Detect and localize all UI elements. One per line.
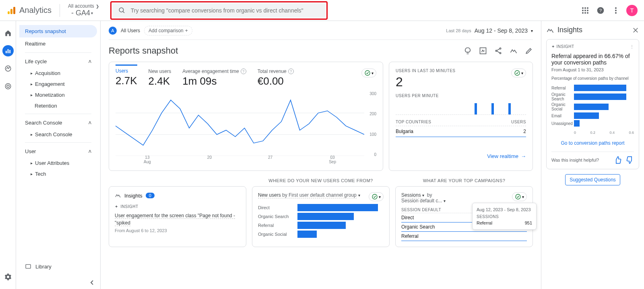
date-range-picker[interactable]: Last 28 days Aug 12 - Sep 8, 2023 ▾: [446, 27, 533, 34]
search-input[interactable]: [131, 7, 321, 14]
collapse-nav-icon[interactable]: [89, 279, 95, 286]
share-icon[interactable]: [494, 47, 502, 55]
data-quality-chip[interactable]: ▾: [369, 192, 384, 201]
insight-bar-row: Organic Social: [551, 102, 634, 111]
more-icon[interactable]: [611, 6, 621, 15]
data-quality-chip[interactable]: ▾: [512, 192, 527, 201]
metric-value: 2.7K: [116, 75, 137, 87]
sub-label: User Attributes: [35, 160, 69, 166]
rail-advertising-icon[interactable]: [2, 81, 14, 92]
nav-group-user[interactable]: Userᐱ: [19, 145, 97, 158]
chevron-down-icon: ▾: [358, 193, 360, 198]
svg-rect-25: [26, 264, 31, 268]
chevron-right-icon: ▸: [31, 132, 33, 137]
divider: [60, 4, 60, 17]
nav-reports-snapshot[interactable]: Reports snapshot: [19, 25, 97, 37]
svg-point-34: [515, 71, 520, 75]
section-header-new-users: WHERE DO YOUR NEW USERS COME FROM?: [252, 178, 390, 183]
svg-rect-1: [10, 9, 12, 14]
sparkle-icon: ✦: [115, 204, 118, 209]
chevron-down-icon: ▾: [91, 11, 93, 15]
nav-library[interactable]: Library: [19, 260, 97, 273]
rail-explore-icon[interactable]: [2, 63, 14, 74]
rail-admin-icon[interactable]: [2, 271, 14, 283]
country-row: Bulgaria 2: [396, 126, 526, 137]
nav-search-console[interactable]: ▸Search Console: [19, 129, 97, 140]
col-header: SESSION DEFAULT: [401, 208, 441, 212]
sub-label: Tech: [35, 171, 46, 177]
apps-icon[interactable]: [580, 6, 590, 15]
view-realtime-label: View realtime: [487, 153, 518, 159]
logo-text: Analytics: [19, 6, 52, 15]
chevron-right-icon: ▸: [31, 71, 33, 75]
metric-tab-new-users[interactable]: New users 2.4K: [149, 69, 171, 87]
trend-icon: [546, 26, 554, 34]
sub-label: Acquisition: [35, 70, 60, 76]
dimension-selector[interactable]: Sessions ▾ by Session default c... ▾: [401, 192, 446, 204]
overview-metrics-card: Users 2.7K New users 2.4K Average engage…: [109, 62, 383, 171]
svg-point-3: [119, 8, 124, 12]
svg-rect-2: [13, 7, 15, 14]
thumbs-up-icon[interactable]: [614, 156, 622, 164]
metric-value: 2.4K: [149, 75, 171, 87]
account-selector[interactable]: All accounts ❯: [68, 3, 99, 9]
svg-point-30: [365, 71, 370, 75]
view-realtime-link[interactable]: View realtime →: [396, 153, 526, 159]
help-icon[interactable]: ?: [596, 6, 605, 15]
property-selector[interactable]: - GA4 ▾: [71, 9, 99, 17]
metric-label: Sessions: [401, 192, 421, 198]
nav-monetization[interactable]: ▸Monetization: [19, 89, 97, 100]
nav-group-search-console[interactable]: Search Consoleᐱ: [19, 116, 97, 129]
svg-point-11: [582, 12, 584, 14]
svg-point-17: [615, 10, 617, 11]
suggested-questions-button[interactable]: Suggested Questions: [565, 174, 620, 185]
divider: [25, 114, 91, 114]
conversion-paths-link[interactable]: Go to conversion paths report: [551, 140, 634, 146]
realtime-card: USERS IN LAST 30 MINUTES 2 ▾ USERS PER M…: [389, 62, 533, 171]
insights-count-badge: 0: [146, 193, 155, 198]
nav-realtime[interactable]: Realtime: [19, 37, 97, 50]
rail-reports-icon[interactable]: [2, 45, 14, 56]
close-icon[interactable]: [632, 27, 639, 34]
lightbulb-icon[interactable]: [464, 47, 472, 55]
help-icon[interactable]: ?: [241, 69, 246, 74]
customize-icon[interactable]: [479, 47, 487, 55]
group-label: User: [25, 148, 36, 154]
helpful-label: Was this insight helpful?: [551, 158, 599, 162]
by-label: by: [427, 192, 432, 198]
nav-engagement[interactable]: ▸Engagement: [19, 79, 97, 89]
svg-point-18: [615, 12, 617, 14]
sub-label: Monetization: [35, 92, 65, 98]
svg-point-9: [584, 10, 586, 11]
property-label: - GA4: [71, 9, 90, 17]
help-icon[interactable]: ?: [288, 69, 294, 74]
data-quality-chip[interactable]: ▾: [511, 69, 526, 77]
avatar[interactable]: T: [626, 5, 638, 16]
plus-icon: +: [185, 28, 188, 33]
metric-tab-revenue[interactable]: Total revenue? €0.00: [258, 69, 294, 87]
svg-point-5: [582, 7, 584, 9]
thumbs-down-icon[interactable]: [626, 156, 634, 164]
svg-line-4: [123, 11, 124, 13]
add-comparison-button[interactable]: Add comparison +: [144, 26, 192, 35]
nav-group-lifecycle[interactable]: Life cycleᐱ: [19, 55, 97, 68]
channel-bar-row: Organic Social: [258, 231, 384, 238]
nav-tech[interactable]: ▸Tech: [19, 168, 97, 179]
nav-retention[interactable]: Retention: [19, 100, 97, 111]
nav-acquisition[interactable]: ▸Acquisition: [19, 68, 97, 79]
dimension-selector[interactable]: New users by First user default channel …: [258, 192, 360, 198]
more-icon[interactable]: ⋮: [630, 44, 634, 49]
insights-icon[interactable]: [510, 47, 518, 55]
svg-rect-19: [6, 51, 7, 53]
channel-bar-row: Referral: [258, 222, 384, 229]
chevron-down-icon: ▾: [372, 71, 374, 75]
rail-home-icon[interactable]: [2, 27, 14, 39]
edit-icon[interactable]: [525, 47, 533, 55]
svg-point-35: [372, 194, 377, 199]
insight-card-desc: Percentage of conversion paths by channe…: [551, 76, 634, 81]
metric-tab-engagement[interactable]: Average engagement time? 1m 09s: [182, 69, 246, 87]
insight-text: "spiked: [115, 220, 130, 226]
data-quality-chip[interactable]: ▾: [361, 69, 376, 77]
nav-user-attributes[interactable]: ▸User Attributes: [19, 158, 97, 168]
metric-tab-users[interactable]: Users 2.7K: [116, 64, 137, 87]
